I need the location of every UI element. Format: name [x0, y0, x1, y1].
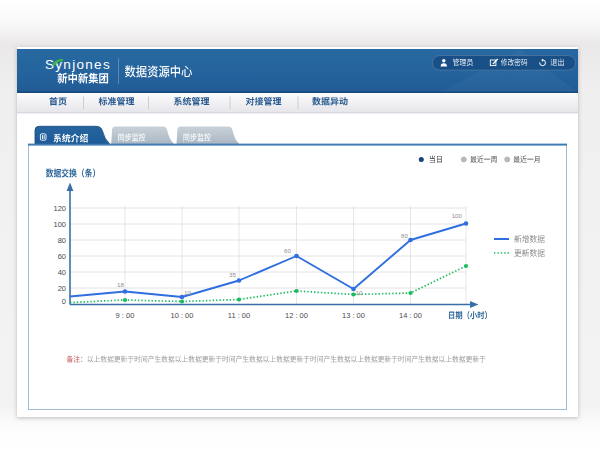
svg-text:35: 35	[229, 271, 236, 278]
svg-text:80: 80	[58, 236, 66, 245]
svg-text:20: 20	[58, 284, 66, 293]
svg-text:40: 40	[58, 268, 66, 277]
svg-text:100: 100	[452, 212, 463, 219]
svg-text:60: 60	[58, 252, 66, 261]
svg-text:12 : 00: 12 : 00	[285, 311, 308, 320]
svg-text:10: 10	[184, 289, 191, 296]
svg-text:14 : 00: 14 : 00	[399, 311, 422, 320]
svg-text:0: 0	[62, 297, 66, 306]
svg-text:18: 18	[117, 281, 124, 288]
svg-text:10 : 00: 10 : 00	[171, 311, 194, 320]
svg-text:100: 100	[53, 220, 66, 229]
svg-text:10: 10	[356, 289, 363, 296]
svg-text:9 : 00: 9 : 00	[116, 311, 135, 320]
svg-text:120: 120	[53, 204, 66, 213]
svg-text:11 : 00: 11 : 00	[228, 311, 250, 320]
svg-text:13 : 00: 13 : 00	[342, 311, 365, 320]
svg-text:60: 60	[284, 247, 291, 254]
svg-text:80: 80	[401, 232, 408, 239]
